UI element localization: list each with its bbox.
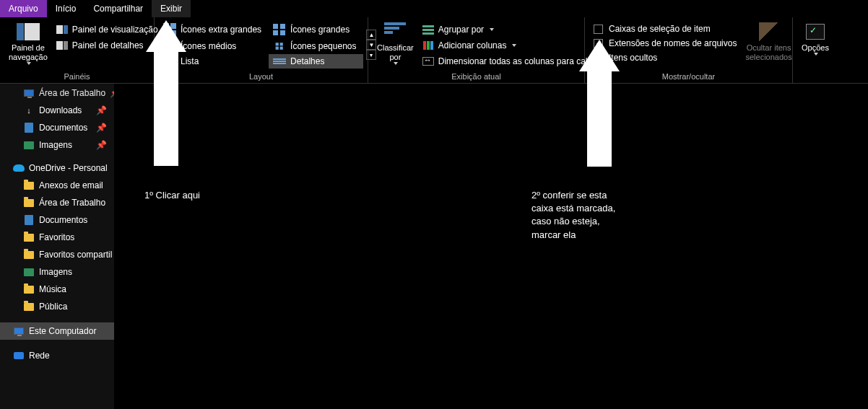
layout-details-label: Detalhes bbox=[290, 56, 324, 66]
add-columns-button[interactable]: Adicionar colunas bbox=[418, 38, 602, 53]
tab-home[interactable]: Início bbox=[47, 0, 85, 17]
navigation-pane-icon bbox=[17, 22, 40, 42]
hide-selected-button[interactable]: Ocultar itens selecionados bbox=[741, 19, 796, 65]
tree-shared-favorites-label: Favoritos compartil bbox=[39, 250, 112, 260]
group-by-icon bbox=[422, 24, 434, 35]
checkbox-icon bbox=[594, 25, 603, 34]
folder-icon bbox=[23, 232, 35, 243]
folder-icon bbox=[23, 283, 35, 295]
tree-network-label: Rede bbox=[29, 351, 50, 361]
details-pane-label: Painel de detalhes bbox=[72, 40, 144, 50]
large-icons-icon bbox=[273, 24, 286, 35]
size-columns-label: Dimensionar todas as colunas para caber bbox=[438, 56, 598, 66]
downloads-icon bbox=[23, 105, 35, 116]
navigation-pane-button[interactable]: Painel de navegação bbox=[4, 19, 52, 68]
desktop-icon bbox=[23, 87, 35, 99]
hide-selected-label: Ocultar itens selecionados bbox=[745, 43, 791, 62]
navigation-pane-label: Painel de navegação bbox=[9, 43, 48, 62]
tree-documents[interactable]: Documentos 📌 bbox=[0, 119, 114, 136]
small-icons-icon bbox=[276, 43, 284, 50]
tree-pictures-od[interactable]: Imagens bbox=[0, 263, 114, 281]
item-checkboxes-toggle[interactable]: Caixas de seleção de item bbox=[589, 22, 741, 36]
hidden-items-label: Itens ocultos bbox=[609, 53, 657, 63]
sort-by-label: Classificar por bbox=[377, 43, 414, 62]
tree-onedrive[interactable]: OneDrive - Personal bbox=[0, 159, 114, 177]
tree-documents-od[interactable]: Documentos bbox=[0, 211, 114, 229]
tree-pictures[interactable]: Imagens 📌 bbox=[0, 136, 114, 154]
group-label-options bbox=[797, 79, 864, 83]
tree-downloads[interactable]: Downloads 📌 bbox=[0, 102, 114, 119]
tree-public-label: Pública bbox=[39, 302, 67, 312]
tree-email-attachments[interactable]: Anexos de email bbox=[0, 177, 114, 194]
file-extensions-toggle[interactable]: Extensões de nomes de arquivos bbox=[589, 36, 741, 50]
group-by-button[interactable]: Agrupar por bbox=[418, 22, 602, 38]
preview-pane-icon bbox=[56, 24, 68, 35]
size-columns-button[interactable]: Dimensionar todas as colunas para caber bbox=[418, 53, 602, 69]
tree-documents-od-label: Documentos bbox=[39, 215, 87, 225]
details-icon bbox=[273, 58, 286, 64]
tree-desktop[interactable]: Área de Trabalho 📌 bbox=[0, 84, 114, 102]
tree-desktop-od[interactable]: Área de Trabalho bbox=[0, 194, 114, 211]
folder-icon bbox=[23, 249, 35, 260]
onedrive-icon bbox=[13, 162, 25, 174]
hide-selected-icon bbox=[758, 22, 781, 42]
annotation-step2: 2º conferir se esta caixa está marcada, … bbox=[531, 189, 615, 242]
options-button[interactable]: Opções bbox=[797, 19, 833, 58]
layout-list-label: Lista bbox=[181, 56, 199, 66]
tree-favorites[interactable]: Favoritos bbox=[0, 229, 114, 246]
pin-icon: 📌 bbox=[96, 123, 107, 133]
layout-large-icons[interactable]: Ícones grandes bbox=[269, 21, 363, 38]
add-columns-icon bbox=[422, 40, 434, 51]
options-label: Opções bbox=[802, 43, 829, 53]
tree-network[interactable]: Rede bbox=[0, 347, 114, 364]
tree-onedrive-label: OneDrive - Personal bbox=[29, 163, 108, 173]
document-icon bbox=[23, 214, 35, 226]
tree-music-label: Música bbox=[39, 284, 66, 294]
tab-view[interactable]: Exibir bbox=[152, 0, 191, 17]
tree-this-pc[interactable]: Este Computador bbox=[0, 322, 114, 340]
sort-by-button[interactable]: Classificar por bbox=[373, 19, 418, 68]
tree-email-attachments-label: Anexos de email bbox=[39, 180, 103, 190]
tab-share[interactable]: Compartilhar bbox=[84, 0, 152, 17]
chevron-down-icon bbox=[394, 62, 398, 65]
tree-desktop-label: Área de Trabalho bbox=[39, 88, 105, 98]
layout-extra-large-label: Ícones extra grandes bbox=[181, 25, 261, 35]
file-extensions-label: Extensões de nomes de arquivos bbox=[609, 38, 737, 48]
layout-details[interactable]: Detalhes bbox=[269, 54, 363, 69]
tree-shared-favorites[interactable]: Favoritos compartil bbox=[0, 246, 114, 263]
pin-icon: 📌 bbox=[96, 140, 107, 150]
folder-icon bbox=[23, 197, 35, 208]
folder-icon bbox=[23, 180, 35, 191]
extra-large-icons-icon bbox=[163, 23, 176, 36]
layout-medium-icons[interactable]: Ícones médios bbox=[159, 38, 269, 54]
layout-list[interactable]: Lista bbox=[159, 54, 269, 69]
chevron-down-icon bbox=[490, 28, 494, 31]
list-icon bbox=[163, 58, 176, 64]
menu-tabs: Arquivo Início Compartilhar Exibir bbox=[0, 0, 868, 17]
hidden-items-toggle[interactable]: Itens ocultos bbox=[589, 50, 741, 65]
tree-desktop-od-label: Área de Trabalho bbox=[39, 198, 105, 208]
tree-public[interactable]: Pública bbox=[0, 298, 114, 315]
group-label-show-hide: Mostrar/ocultar bbox=[589, 71, 788, 83]
item-checkboxes-label: Caixas de seleção de item bbox=[609, 24, 711, 34]
tree-music[interactable]: Música bbox=[0, 281, 114, 298]
sort-icon bbox=[383, 22, 407, 42]
tab-file[interactable]: Arquivo bbox=[0, 0, 47, 17]
folder-icon bbox=[23, 301, 35, 312]
network-icon bbox=[13, 350, 25, 361]
navigation-tree: Área de Trabalho 📌 Downloads 📌 Documento… bbox=[0, 84, 114, 409]
layout-extra-large-icons[interactable]: Ícones extra grandes bbox=[159, 21, 269, 38]
chevron-down-icon bbox=[814, 53, 818, 56]
details-pane-button[interactable]: Painel de detalhes bbox=[52, 38, 162, 53]
preview-pane-button[interactable]: Painel de visualização bbox=[52, 22, 162, 38]
options-icon bbox=[804, 22, 827, 42]
layout-large-label: Ícones grandes bbox=[290, 25, 350, 35]
content-area: 1º Clicar aqui 2º conferir se esta caixa… bbox=[114, 84, 868, 409]
layout-medium-label: Ícones médios bbox=[181, 41, 236, 51]
layout-small-icons[interactable]: Ícones pequenos bbox=[269, 38, 363, 54]
group-label-layout: Layout bbox=[159, 71, 363, 83]
group-label-panels: Painéis bbox=[4, 71, 149, 83]
checkbox-checked-icon bbox=[594, 39, 603, 48]
tree-pictures-od-label: Imagens bbox=[39, 267, 72, 277]
document-icon bbox=[23, 122, 35, 133]
